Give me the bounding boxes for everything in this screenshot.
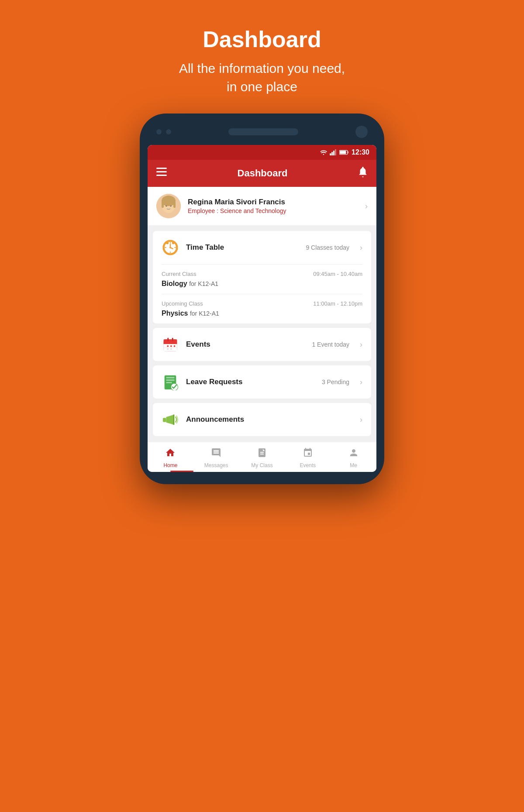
profile-chevron-icon: ›: [365, 202, 368, 211]
profile-role: Employee : Science and Technology: [188, 207, 358, 214]
bell-icon[interactable]: [358, 167, 368, 180]
signal-icon: [330, 149, 337, 155]
svg-rect-41: [167, 338, 169, 341]
status-bar: 12:30: [148, 145, 376, 160]
current-class-group: for K12-A1: [189, 280, 218, 287]
nav-myclass-label: My Class: [251, 462, 272, 468]
svg-rect-3: [335, 149, 336, 155]
status-time: 12:30: [352, 148, 369, 156]
phone-screen: 12:30 Dashboard: [148, 145, 376, 472]
nav-active-indicator: [170, 471, 193, 472]
cards-container: Time Table 9 Classes today › Current Cla…: [148, 226, 376, 441]
nav-home[interactable]: Home: [148, 447, 193, 468]
phone-camera: [355, 126, 368, 138]
nav-me[interactable]: Me: [331, 447, 376, 468]
nav-me-label: Me: [350, 462, 357, 468]
events-title: Events: [186, 340, 305, 349]
timetable-title: Time Table: [186, 243, 299, 252]
page-header: Dashboard All the information you need, …: [179, 26, 345, 96]
home-icon: [165, 447, 176, 461]
current-class-time: 09:45am - 10.40am: [313, 271, 362, 277]
phone-shell: 12:30 Dashboard: [140, 114, 384, 484]
events-card[interactable]: Events 1 Event today ›: [153, 328, 371, 361]
phone-top-bar: [148, 126, 376, 145]
nav-myclass[interactable]: My Class: [239, 447, 285, 468]
events-card-header[interactable]: Events 1 Event today ›: [153, 328, 371, 361]
upcoming-class-label: Upcoming Class: [162, 300, 203, 307]
upcoming-class-item: Upcoming Class 11:00am - 12.10pm Physics…: [153, 294, 371, 323]
svg-rect-9: [156, 175, 167, 176]
svg-rect-46: [166, 382, 172, 383]
svg-point-29: [172, 242, 175, 244]
svg-point-36: [167, 345, 169, 347]
nav-home-label: Home: [163, 462, 177, 468]
announce-icon: [162, 411, 179, 428]
battery-icon: [339, 150, 349, 155]
events-chevron-icon: ›: [360, 340, 362, 349]
svg-rect-1: [331, 152, 333, 155]
profile-info: Regina Maria Sivori Francis Employee : S…: [188, 198, 358, 214]
timetable-card[interactable]: Time Table 9 Classes today › Current Cla…: [153, 231, 371, 323]
timetable-badge: 9 Classes today: [306, 244, 349, 251]
timetable-chevron-icon: ›: [360, 243, 362, 252]
myclass-icon: [257, 447, 267, 461]
svg-rect-0: [330, 153, 331, 155]
announcements-chevron-icon: ›: [360, 415, 362, 424]
events-nav-icon: [303, 447, 313, 461]
svg-point-39: [167, 348, 169, 350]
svg-point-28: [166, 242, 169, 244]
leave-title: Leave Requests: [186, 378, 315, 386]
nav-messages-label: Messages: [204, 462, 228, 468]
svg-rect-44: [166, 377, 175, 378]
nav-messages[interactable]: Messages: [193, 447, 239, 468]
svg-rect-34: [164, 340, 177, 344]
phone-speaker: [228, 128, 298, 135]
upcoming-class-subject: Physics for K12-A1: [162, 310, 362, 317]
svg-point-27: [169, 247, 171, 248]
calendar-icon: [162, 336, 179, 353]
leave-card[interactable]: Leave Requests 3 Pending ›: [153, 365, 371, 399]
upcoming-class-subject-name: Physics: [162, 310, 188, 317]
svg-rect-45: [166, 379, 175, 381]
upcoming-class-header: Upcoming Class 11:00am - 12.10pm: [162, 300, 362, 307]
nav-events[interactable]: Events: [285, 447, 331, 468]
svg-rect-5: [348, 151, 348, 154]
phone-dot-right: [166, 129, 171, 134]
svg-rect-8: [156, 171, 167, 172]
announcements-card[interactable]: Announcements ›: [153, 403, 371, 436]
clock-icon: [162, 239, 179, 256]
svg-point-37: [170, 345, 172, 347]
avatar-face: [156, 194, 181, 218]
svg-rect-6: [340, 151, 346, 154]
phone-camera-area: [156, 129, 171, 134]
current-class-subject: Biology for K12-A1: [162, 280, 362, 288]
bottom-nav: Home Messages My Class: [148, 441, 376, 472]
phone-dot-left: [156, 129, 162, 134]
status-icons: 12:30: [320, 148, 369, 156]
leave-card-header[interactable]: Leave Requests 3 Pending ›: [153, 365, 371, 399]
current-class-header: Current Class 09:45am - 10.40am: [162, 271, 362, 277]
events-badge: 1 Event today: [312, 341, 349, 348]
svg-rect-7: [156, 168, 167, 169]
profile-row[interactable]: Regina Maria Sivori Francis Employee : S…: [148, 187, 376, 226]
svg-rect-49: [163, 418, 166, 422]
svg-point-40: [170, 348, 172, 350]
wifi-icon: [320, 149, 327, 155]
current-class-item: Current Class 09:45am - 10.40am Biology …: [153, 265, 371, 294]
avatar: [156, 194, 181, 218]
me-icon: [348, 447, 359, 461]
svg-rect-2: [333, 151, 334, 155]
page-subtitle: All the information you need, in one pla…: [179, 59, 345, 96]
profile-name: Regina Maria Sivori Francis: [188, 198, 358, 206]
hamburger-icon[interactable]: [156, 168, 167, 179]
page-title: Dashboard: [179, 26, 345, 52]
upcoming-class-time: 11:00am - 12.10pm: [313, 300, 362, 307]
nav-events-label: Events: [300, 462, 316, 468]
svg-rect-16: [162, 201, 164, 208]
timetable-card-header[interactable]: Time Table 9 Classes today ›: [153, 231, 371, 264]
current-class-label: Current Class: [162, 271, 196, 277]
messages-icon: [211, 447, 221, 461]
announcements-title: Announcements: [186, 415, 342, 424]
announcements-card-header[interactable]: Announcements ›: [153, 403, 371, 436]
svg-rect-17: [173, 201, 176, 208]
